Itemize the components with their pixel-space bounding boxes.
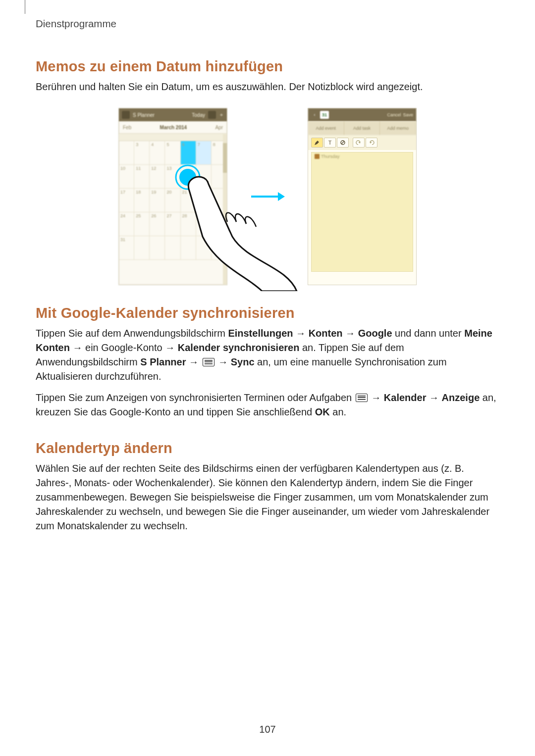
- section-title-caltype: Kalendertyp ändern: [36, 440, 499, 456]
- memo-canvas: Thursday: [311, 152, 413, 272]
- cal-cell: 27: [165, 212, 180, 236]
- cal-cell: 12: [150, 165, 165, 189]
- menu-icon: [203, 358, 214, 366]
- back-icon: ‹: [311, 112, 318, 117]
- cal-cell: 20: [165, 189, 180, 212]
- prev-month: Feb: [123, 125, 131, 130]
- cal-cell: 18: [134, 189, 150, 212]
- calendar-month-row: Feb March 2014 Apr: [119, 121, 227, 133]
- next-month: Apr: [215, 125, 223, 130]
- txt: → ein Google-Konto →: [70, 342, 178, 353]
- cal-cell: 29: [196, 212, 212, 236]
- app-icon: [122, 111, 130, 119]
- cal-day: 7: [198, 142, 200, 147]
- day-text: Thursday: [321, 154, 340, 159]
- page-content: Dienstprogramme Memos zu einem Datum hin…: [0, 0, 535, 533]
- figure-area: S Planner Today ＋ Feb March 2014 Apr 3 4…: [36, 108, 499, 285]
- save-label: Save: [403, 112, 413, 117]
- cal-cell: [181, 236, 196, 260]
- cal-cell: [134, 236, 150, 260]
- txt: →: [186, 356, 202, 367]
- bold-konten: Konten: [309, 328, 343, 339]
- txt: →: [369, 392, 384, 403]
- header-rule: [25, 0, 25, 14]
- memo-day-label: Thursday: [315, 154, 340, 159]
- add-event-tab: Add event: [308, 121, 344, 135]
- bold-splanner: S Planner: [140, 356, 186, 367]
- cal-cell: 28: [181, 212, 196, 236]
- cal-cell: 24: [119, 212, 134, 236]
- memos-intro: Berühren und halten Sie ein Datum, um es…: [36, 80, 499, 94]
- bold-ok: OK: [315, 406, 330, 417]
- cal-cell: [181, 165, 196, 189]
- add-memo-tab: Add memo: [380, 121, 416, 135]
- app-label: S Planner: [133, 112, 155, 118]
- text-tool-icon: T: [324, 138, 336, 148]
- cancel-label: Cancel: [387, 112, 401, 117]
- calendar-grid: 3 4 5 6 7 8 10 11 12 13 17 18 19 20: [119, 141, 227, 260]
- sync-paragraph-1: Tippen Sie auf dem Anwendungsbildschirm …: [36, 326, 499, 384]
- pen-icon: [311, 138, 323, 148]
- txt: an.: [330, 406, 346, 417]
- cal-cell: [119, 141, 134, 165]
- cal-cell-adjacent: 7: [196, 141, 212, 165]
- cal-day: 13: [166, 166, 171, 171]
- page-number: 107: [0, 724, 535, 735]
- memo-screenshot: ‹ 31 Cancel Save Add event Add task Add …: [308, 108, 417, 285]
- bold-anzeige: Anzeige: [442, 392, 480, 403]
- memo-toolbar: T: [308, 135, 416, 150]
- month-label: March: [160, 125, 174, 130]
- bold-einstellungen: Einstellungen: [228, 328, 293, 339]
- calendar-shot-wrap: S Planner Today ＋ Feb March 2014 Apr 3 4…: [118, 108, 227, 285]
- cal-cell: [165, 236, 180, 260]
- cal-cell-selected: 6: [181, 141, 196, 165]
- section-title-memos: Memos zu einem Datum hinzufügen: [36, 58, 499, 75]
- section-title-sync: Mit Google-Kalender synchronisieren: [36, 305, 499, 321]
- redo-icon: [366, 138, 377, 148]
- txt: Tippen Sie auf dem Anwendungsbildschirm: [36, 328, 228, 339]
- bold-kalender: Kalender: [384, 392, 427, 403]
- txt: →: [215, 356, 231, 367]
- cal-cell: 10: [119, 165, 134, 189]
- cal-cell: 17: [119, 189, 134, 212]
- cal-cell: [150, 236, 165, 260]
- cal-cell: 4: [150, 141, 165, 165]
- undo-icon: [353, 138, 365, 148]
- txt: →: [426, 392, 441, 403]
- memo-actions-row: Add event Add task Add memo: [308, 121, 416, 135]
- calendar-weekday-header: [119, 133, 227, 141]
- arrow-icon: [250, 192, 285, 202]
- txt: →: [293, 328, 309, 339]
- svg-marker-3: [278, 192, 285, 201]
- plus-icon: ＋: [219, 111, 224, 118]
- svg-marker-6: [359, 141, 361, 144]
- cal-cell: 5: [165, 141, 180, 165]
- calendar-badge-icon: 31: [320, 111, 329, 119]
- memo-topbar: ‹ 31 Cancel Save: [308, 108, 416, 121]
- cal-cell: 26: [150, 212, 165, 236]
- add-task-tab: Add task: [344, 121, 380, 135]
- cal-cell: [196, 236, 212, 260]
- breadcrumb: Dienstprogramme: [36, 18, 499, 30]
- bold-sync: Sync: [231, 356, 255, 367]
- txt: →: [343, 328, 358, 339]
- txt: Tippen Sie zum Anzeigen von synchronisie…: [36, 392, 355, 403]
- calendar-topbar: S Planner Today ＋: [119, 108, 227, 121]
- cal-cell: 21: [181, 189, 196, 212]
- cal-cell: 13: [165, 165, 180, 189]
- cal-cell: [196, 165, 212, 189]
- calendar-scroll-thumb: [223, 143, 227, 173]
- cal-cell: 11: [134, 165, 150, 189]
- svg-marker-7: [370, 141, 372, 144]
- sync-paragraph-2: Tippen Sie zum Anzeigen von synchronisie…: [36, 391, 499, 419]
- cal-cell: 3: [134, 141, 150, 165]
- cal-cell: [196, 189, 212, 212]
- caltype-paragraph: Wählen Sie auf der rechten Seite des Bil…: [36, 461, 499, 533]
- cal-cell: 19: [150, 189, 165, 212]
- year-label: 2014: [176, 125, 187, 130]
- cal-cell: 31: [119, 236, 134, 260]
- svg-line-5: [341, 141, 344, 144]
- bold-google: Google: [358, 328, 392, 339]
- eraser-icon: [337, 138, 349, 148]
- txt: und dann unter: [392, 328, 465, 339]
